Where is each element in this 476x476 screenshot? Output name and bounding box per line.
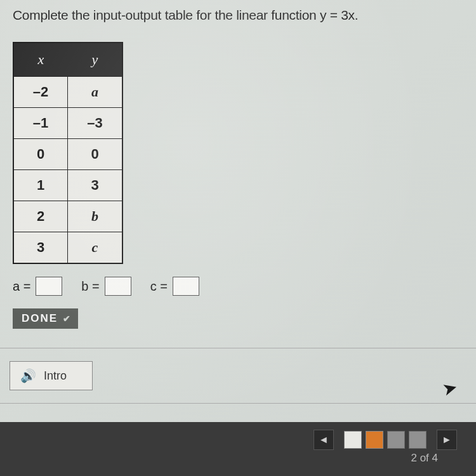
cell-y: a	[68, 77, 122, 107]
cell-y: –3	[68, 108, 122, 138]
answer-c-label: c =	[150, 279, 168, 294]
answer-a-input[interactable]	[36, 277, 62, 296]
progress-step-1[interactable]	[344, 431, 362, 449]
progress-step-3[interactable]	[387, 431, 405, 449]
table-row: –2 a	[14, 76, 122, 107]
page-indicator: 2 of 4	[411, 452, 438, 465]
speaker-icon: 🔊	[20, 368, 36, 383]
answer-a-group: a =	[13, 277, 62, 296]
progress-step-2[interactable]	[366, 431, 383, 449]
cell-x: 3	[14, 232, 68, 263]
table-header-row: x y	[14, 43, 122, 76]
intro-label: Intro	[44, 369, 67, 383]
table-row: 3 c	[14, 232, 122, 263]
progress-step-4[interactable]	[409, 431, 426, 449]
cell-x: 1	[14, 170, 68, 201]
cell-y: 0	[68, 139, 122, 169]
cell-x: –1	[14, 108, 68, 138]
answer-row: a = b = c =	[13, 277, 463, 296]
table-row: 1 3	[14, 169, 122, 201]
cell-y: b	[68, 201, 122, 232]
table-row: 2 b	[14, 201, 122, 232]
cell-y: c	[68, 232, 122, 263]
header-y: y	[68, 43, 122, 76]
intro-button[interactable]: 🔊 Intro	[10, 361, 93, 390]
table-row: –1 –3	[14, 107, 122, 138]
answer-c-group: c =	[150, 277, 199, 296]
cell-x: –2	[14, 77, 68, 107]
table-row: 0 0	[14, 138, 122, 169]
answer-b-group: b =	[81, 277, 131, 296]
header-x: x	[14, 43, 68, 76]
cell-x: 0	[14, 139, 68, 169]
intro-section: 🔊 Intro	[0, 348, 476, 404]
answer-a-label: a =	[13, 279, 30, 294]
answer-b-label: b =	[81, 279, 99, 294]
answer-b-input[interactable]	[105, 277, 131, 296]
done-button[interactable]: DONE ✔	[13, 308, 78, 329]
check-icon: ✔	[63, 314, 72, 324]
answer-c-input[interactable]	[173, 277, 199, 296]
cell-y: 3	[68, 170, 122, 201]
footer-nav: ◄ ► 2 of 4	[0, 422, 476, 476]
io-table: x y –2 a –1 –3 0 0 1 3 2 b 3 c	[13, 42, 123, 264]
prev-button[interactable]: ◄	[314, 430, 334, 450]
next-button[interactable]: ►	[437, 430, 457, 450]
done-label: DONE	[22, 312, 58, 325]
instruction-text: Complete the input-output table for the …	[13, 8, 463, 23]
cell-x: 2	[14, 201, 68, 232]
